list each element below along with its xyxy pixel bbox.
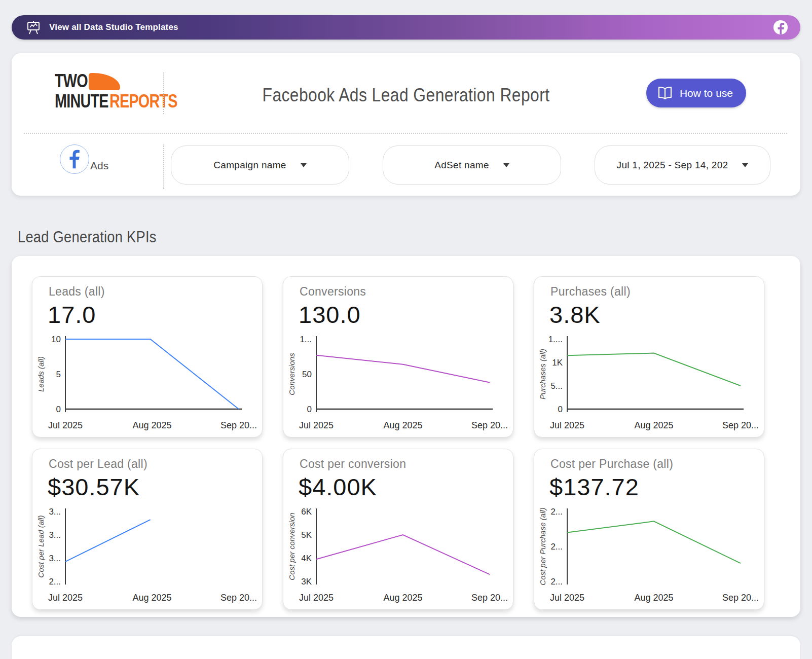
svg-text:10: 10	[51, 335, 61, 344]
kpi-title: Purchases (all)	[550, 285, 764, 299]
page-title: Facebook Ads Lead Generation Report	[211, 85, 602, 106]
svg-text:5: 5	[56, 370, 61, 379]
svg-text:Purchases (all): Purchases (all)	[538, 349, 547, 399]
kpi-title: Cost per conversion	[300, 457, 513, 471]
svg-text:Aug 2025: Aug 2025	[132, 593, 171, 603]
logo-word-two: TWO	[55, 72, 88, 90]
svg-text:Cost per conversion: Cost per conversion	[287, 512, 296, 580]
header-top-row: TWO MINUTE REPORTS Facebook Ads Lead Gen…	[12, 53, 800, 133]
header-vertical-divider	[163, 72, 164, 114]
svg-text:Conversions: Conversions	[287, 353, 296, 395]
facebook-ads-icon	[60, 144, 89, 174]
svg-text:50: 50	[302, 370, 312, 379]
svg-text:Cost per Purchase (all): Cost per Purchase (all)	[538, 507, 547, 585]
next-section-card	[12, 636, 800, 659]
svg-text:3K: 3K	[301, 577, 312, 587]
svg-text:1K: 1K	[552, 358, 563, 368]
purchases-line-chart: 05...1K1....Purchases (all)Jul 2025Aug 2…	[534, 332, 764, 436]
logo-word-minute: MINUTE	[55, 92, 108, 111]
svg-text:Jul 2025: Jul 2025	[550, 420, 584, 430]
kpi-title: Cost per Purchase (all)	[550, 457, 764, 471]
svg-text:0: 0	[558, 405, 563, 414]
campaign-name-dropdown-label: Campaign name	[213, 160, 286, 171]
presentation-chart-icon	[26, 20, 41, 35]
kpi-card-cost-per-lead: Cost per Lead (all) $30.57K 2...3...3...…	[32, 449, 263, 610]
svg-text:1...: 1...	[300, 335, 312, 344]
kpi-value: 3.8K	[549, 301, 764, 328]
svg-text:Jul 2025: Jul 2025	[299, 593, 334, 603]
svg-text:2...: 2...	[550, 542, 563, 552]
svg-text:3...: 3...	[49, 507, 61, 517]
logo-quarter-circle-mark	[89, 73, 120, 90]
svg-text:Jul 2025: Jul 2025	[48, 420, 83, 430]
filter-vertical-divider	[163, 144, 164, 189]
svg-text:Aug 2025: Aug 2025	[132, 420, 171, 430]
date-range-dropdown-label: Jul 1, 2025 - Sep 14, 202	[617, 160, 728, 171]
svg-text:Aug 2025: Aug 2025	[634, 593, 673, 603]
facebook-icon[interactable]	[773, 20, 788, 35]
svg-text:Sep 20...: Sep 20...	[471, 593, 508, 603]
svg-text:1....: 1....	[548, 335, 563, 344]
report-header-card: TWO MINUTE REPORTS Facebook Ads Lead Gen…	[12, 53, 800, 196]
kpi-card-cost-per-purchase: Cost per Purchase (all) $137.72 2...2...…	[534, 449, 764, 610]
svg-text:Aug 2025: Aug 2025	[634, 420, 673, 430]
kpi-title: Cost per Lead (all)	[49, 457, 262, 471]
svg-text:0: 0	[56, 405, 61, 414]
adset-name-dropdown-label: AdSet name	[434, 160, 489, 171]
svg-text:Jul 2025: Jul 2025	[550, 593, 584, 603]
chevron-down-icon	[301, 163, 307, 167]
date-range-dropdown[interactable]: Jul 1, 2025 - Sep 14, 202	[595, 145, 770, 185]
svg-text:6K: 6K	[301, 507, 312, 517]
conversions-line-chart: 0501...ConversionsJul 2025Aug 2025Sep 20…	[283, 332, 513, 436]
kpi-value: $137.72	[549, 473, 764, 501]
svg-text:5...: 5...	[550, 381, 563, 391]
cost-per-purchase-line-chart: 2...2...2...Cost per Purchase (all)Jul 2…	[534, 504, 764, 608]
templates-banner[interactable]: View all Data Studio Templates	[12, 15, 800, 40]
svg-text:Sep 20...: Sep 20...	[220, 420, 257, 430]
kpi-value: $4.00K	[299, 473, 513, 501]
svg-text:3...: 3...	[49, 530, 61, 540]
two-minute-reports-logo: TWO MINUTE REPORTS	[55, 72, 194, 111]
logo-word-reports: REPORTS	[109, 92, 177, 111]
svg-text:4K: 4K	[301, 554, 312, 563]
svg-text:Jul 2025: Jul 2025	[299, 420, 334, 430]
svg-text:2...: 2...	[550, 507, 563, 517]
cost-per-conversion-line-chart: 3K4K5K6KCost per conversionJul 2025Aug 2…	[283, 504, 513, 608]
header-dotted-divider	[24, 133, 787, 134]
kpi-card-cost-per-conversion: Cost per conversion $4.00K 3K4K5K6KCost …	[283, 449, 513, 610]
banner-label: View all Data Studio Templates	[49, 22, 178, 32]
svg-text:Leads (all): Leads (all)	[36, 356, 45, 392]
svg-text:Sep 20...: Sep 20...	[722, 420, 759, 430]
kpi-title: Leads (all)	[49, 285, 262, 299]
kpi-card-leads: Leads (all) 17.0 0510Leads (all)Jul 2025…	[32, 276, 263, 437]
how-to-use-label: How to use	[680, 87, 733, 99]
svg-text:3...: 3...	[49, 554, 61, 563]
chevron-down-icon	[742, 163, 748, 167]
kpi-value: 130.0	[299, 301, 513, 328]
svg-text:5K: 5K	[301, 530, 312, 540]
cost-per-lead-line-chart: 2...3...3...3...Cost per Lead (all)Jul 2…	[32, 504, 263, 608]
adset-name-dropdown[interactable]: AdSet name	[383, 145, 561, 185]
chevron-down-icon	[503, 163, 509, 167]
svg-text:Sep 20...: Sep 20...	[471, 420, 508, 430]
svg-text:Cost per Lead (all): Cost per Lead (all)	[36, 515, 45, 577]
svg-text:2...: 2...	[49, 577, 61, 587]
kpi-card-conversions: Conversions 130.0 0501...ConversionsJul …	[283, 276, 513, 437]
svg-text:2...: 2...	[550, 577, 563, 587]
kpi-value: 17.0	[48, 301, 262, 328]
svg-text:Sep 20...: Sep 20...	[722, 593, 759, 603]
svg-text:0: 0	[307, 405, 312, 414]
data-source-badge: Ads	[60, 144, 108, 174]
leads-line-chart: 0510Leads (all)Jul 2025Aug 2025Sep 20...	[32, 332, 263, 436]
how-to-use-button[interactable]: How to use	[646, 79, 746, 107]
svg-text:Aug 2025: Aug 2025	[383, 420, 422, 430]
dashboard-page: View all Data Studio Templates TWO MINUT…	[0, 0, 812, 659]
kpi-value: $30.57K	[48, 473, 262, 501]
data-source-label: Ads	[90, 160, 108, 172]
kpi-card-purchases: Purchases (all) 3.8K 05...1K1....Purchas…	[534, 276, 764, 437]
svg-text:Aug 2025: Aug 2025	[383, 593, 422, 603]
campaign-name-dropdown[interactable]: Campaign name	[171, 145, 349, 185]
svg-text:Sep 20...: Sep 20...	[220, 593, 257, 603]
kpi-title: Conversions	[300, 285, 513, 299]
kpi-section-card: Leads (all) 17.0 0510Leads (all)Jul 2025…	[12, 256, 800, 617]
